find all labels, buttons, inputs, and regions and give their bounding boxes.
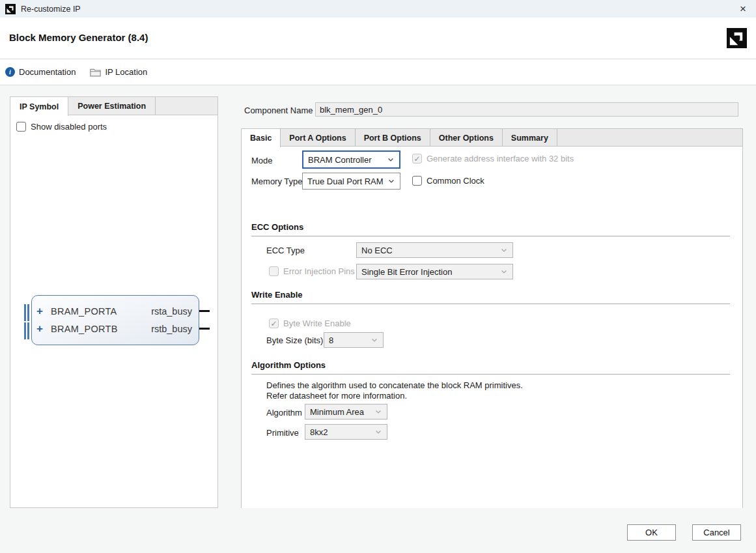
- ok-button[interactable]: OK: [627, 524, 676, 541]
- common-clock-label: Common Clock: [427, 176, 484, 186]
- byte-size-label: Byte Size (bits): [266, 335, 323, 345]
- tab-port-b-options[interactable]: Port B Options: [356, 129, 430, 147]
- tab-basic[interactable]: Basic: [242, 129, 281, 147]
- checkbox-icon: ✓: [269, 319, 279, 328]
- bram-ip-symbol: + BRAM_PORTA rsta_busy + BRAM_PORTB rstb…: [31, 295, 199, 345]
- algorithm-description-line2: Refer datasheet for more information.: [266, 391, 407, 401]
- ip-location-button[interactable]: IP Location: [90, 67, 147, 77]
- error-injection-label: Error Injection Pins: [283, 266, 355, 276]
- checkbox-icon: ✓: [269, 266, 279, 276]
- memory-type-label: Memory Type: [251, 177, 303, 186]
- options-panel: Basic Port A Options Port B Options Othe…: [241, 128, 743, 508]
- close-icon[interactable]: ×: [735, 1, 751, 17]
- basic-tab-content: Mode BRAM Controller ✓ Generate address …: [242, 147, 742, 508]
- port-row-b: + BRAM_PORTB rstb_busy: [32, 320, 199, 337]
- ip-location-label: IP Location: [105, 67, 147, 77]
- output-pin: [199, 310, 210, 312]
- component-name-label: Component Name: [244, 106, 313, 115]
- algorithm-label: Algorithm: [266, 408, 302, 418]
- chevron-down-icon: [387, 156, 395, 163]
- checkbox-icon: ✓: [412, 154, 422, 163]
- algorithm-select: Minimum Area: [305, 404, 387, 419]
- folder-icon: [90, 68, 101, 77]
- xilinx-logo: [727, 28, 747, 48]
- generate-address-checkbox: ✓ Generate address interface with 32 bit…: [412, 154, 574, 163]
- port-row-a: + BRAM_PORTA rsta_busy: [32, 303, 199, 320]
- byte-write-enable-label: Byte Write Enable: [283, 319, 351, 328]
- options-tab-bar: Basic Port A Options Port B Options Othe…: [242, 129, 742, 147]
- write-enable-title: Write Enable: [251, 290, 303, 300]
- window-title: Re-customize IP: [21, 5, 81, 14]
- checkbox-icon: ✓: [16, 122, 26, 132]
- expand-plus-icon[interactable]: +: [36, 322, 51, 335]
- recustomize-ip-dialog: Re-customize IP × Block Memory Generator…: [0, 0, 756, 553]
- show-disabled-ports-checkbox[interactable]: ✓ Show disabled ports: [16, 122, 107, 132]
- documentation-label: Documentation: [19, 67, 76, 77]
- tab-summary[interactable]: Summary: [503, 129, 557, 147]
- expand-plus-icon[interactable]: +: [36, 305, 51, 318]
- bus-marker: [24, 322, 26, 339]
- tab-other-options[interactable]: Other Options: [430, 129, 503, 147]
- chevron-down-icon: [500, 268, 508, 276]
- toolbar: i Documentation IP Location: [0, 59, 756, 85]
- component-name-input[interactable]: [315, 102, 738, 117]
- left-tab-bar: IP Symbol Power Estimation: [10, 97, 217, 115]
- bus-marker: [24, 304, 26, 321]
- chevron-down-icon: [371, 336, 378, 344]
- ecc-type-label: ECC Type: [266, 246, 305, 255]
- chevron-down-icon: [500, 246, 508, 254]
- dialog-body: IP Symbol Power Estimation ✓ Show disabl…: [0, 85, 756, 553]
- section-divider: [251, 374, 730, 375]
- bus-marker: [27, 304, 29, 321]
- port-output: rstb_busy: [151, 324, 192, 334]
- port-output: rsta_busy: [151, 306, 192, 317]
- dialog-header: Block Memory Generator (8.4): [0, 18, 756, 59]
- generate-address-label: Generate address interface with 32 bits: [427, 154, 574, 163]
- chevron-down-icon: [387, 177, 395, 185]
- algorithm-description-line1: Defines the algorithm used to concatenat…: [266, 380, 523, 390]
- section-divider: [251, 304, 730, 304]
- titlebar: Re-customize IP ×: [0, 0, 756, 18]
- mode-select[interactable]: BRAM Controller: [302, 150, 400, 169]
- documentation-button[interactable]: i Documentation: [5, 67, 76, 77]
- algorithm-options-title: Algorithm Options: [251, 360, 326, 370]
- mode-label: Mode: [251, 156, 273, 165]
- chevron-down-icon: [374, 428, 382, 436]
- tab-ip-symbol[interactable]: IP Symbol: [10, 97, 68, 116]
- tab-port-a-options[interactable]: Port A Options: [281, 129, 355, 147]
- output-pin: [199, 328, 210, 330]
- chevron-down-icon: [374, 408, 382, 416]
- ecc-type-select: No ECC: [356, 242, 513, 258]
- show-disabled-ports-label: Show disabled ports: [31, 122, 107, 132]
- common-clock-checkbox[interactable]: ✓ Common Clock: [412, 176, 484, 186]
- cancel-button[interactable]: Cancel: [692, 524, 741, 541]
- byte-write-enable-checkbox: ✓ Byte Write Enable: [269, 319, 351, 328]
- port-name: BRAM_PORTA: [51, 306, 117, 317]
- error-injection-checkbox: ✓ Error Injection Pins: [269, 266, 355, 276]
- info-icon: i: [5, 67, 15, 77]
- section-divider: [251, 236, 730, 236]
- primitive-label: Primitive: [266, 428, 299, 438]
- xilinx-logo-icon: [5, 4, 16, 14]
- memory-type-select[interactable]: True Dual Port RAM: [302, 173, 400, 190]
- primitive-select: 8kx2: [305, 424, 387, 440]
- bus-marker: [27, 322, 29, 339]
- ip-symbol-panel: IP Symbol Power Estimation ✓ Show disabl…: [10, 96, 218, 508]
- byte-size-select: 8: [324, 332, 384, 348]
- page-title: Block Memory Generator (8.4): [9, 32, 148, 43]
- checkbox-icon: ✓: [412, 176, 422, 186]
- ecc-options-title: ECC Options: [251, 222, 303, 232]
- tab-power-estimation[interactable]: Power Estimation: [68, 97, 156, 115]
- port-name: BRAM_PORTB: [51, 324, 118, 334]
- error-injection-select: Single Bit Error Injection: [356, 264, 513, 279]
